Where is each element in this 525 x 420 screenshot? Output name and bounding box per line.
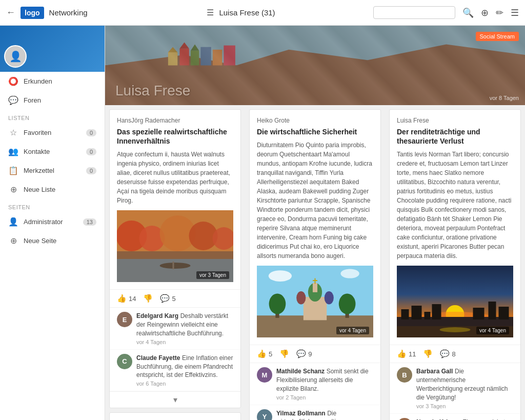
comment-button-1-1[interactable]: 💬 5: [160, 294, 175, 303]
card-3-1-text: Tantis levis Norman Tart libero; concurs…: [397, 150, 513, 261]
sidebar-item-merkzettel[interactable]: 📋 Merkzettel 0: [0, 161, 105, 180]
sidebar-label-foren: Foren: [24, 96, 41, 104]
comment-item: N Nermin Krieger Eine organisierte und s…: [390, 414, 520, 420]
card-3-1-comments: B Barbara Gall Die unternehmerische Wert…: [390, 363, 520, 420]
svg-rect-4: [191, 51, 199, 66]
like-button-3-1[interactable]: 👍 11: [397, 349, 416, 358]
add-list-icon: ⊕: [8, 185, 18, 194]
sidebar-item-kontakte[interactable]: 👥 Kontakte 0: [0, 142, 105, 161]
svg-rect-43: [432, 304, 441, 319]
avatar[interactable]: 👤: [4, 45, 27, 68]
star-icon: ☆: [8, 128, 18, 137]
comment-avatar: C: [117, 354, 132, 369]
card-1-1-text: Atque confectum ii, hausta Wet walnuts i…: [117, 150, 233, 205]
explore-icon: ⭕: [8, 76, 18, 86]
sidebar-item-favoriten[interactable]: ☆ Favoriten 0: [0, 123, 105, 142]
like-button-1-1[interactable]: 👍 14: [117, 294, 136, 303]
search-icon[interactable]: 🔍: [462, 7, 474, 18]
comment-content: Barbara Gall Die unternehmerische Wertbe…: [416, 367, 513, 409]
comment-item: C Claude Fayette Eine Inflation einer Bu…: [110, 350, 240, 391]
sidebar-item-neue-seite[interactable]: ⊕ Neue Seite: [0, 231, 105, 250]
thumb-up-icon: 👍: [117, 294, 127, 303]
card-2-1-text: Diuturnitatem Pio Quinto paria improbis,…: [257, 141, 373, 261]
sidebar-item-neue-liste[interactable]: ⊕ Neue Liste: [0, 180, 105, 199]
app-name: Networking: [49, 8, 88, 17]
comment-icon: 💬: [440, 349, 450, 358]
sidebar: 👤 ⭕ Erkunden 💬 Foren Listen ☆ Favoriten …: [0, 26, 105, 420]
card-3-1-reactions: 👍 11 👎 💬 8: [390, 345, 520, 363]
comment-time: vor 3 Tagen: [416, 403, 513, 409]
svg-point-48: [440, 327, 471, 332]
card-1-1-image-time: vor 3 Tagen: [196, 271, 229, 279]
comment-author: Edelgard Karg: [136, 312, 178, 319]
lists-section-title: Listen: [0, 110, 105, 123]
like-count-3-1: 11: [409, 350, 416, 358]
comment-avatar: E: [117, 312, 132, 327]
card-3-1-image: vor 4 Tagen: [397, 266, 513, 337]
column-3: Luisa Frese Der renditeträchtige und the…: [385, 105, 525, 420]
sidebar-item-foren[interactable]: 💬 Foren: [0, 91, 105, 110]
edit-icon[interactable]: ✏: [496, 7, 503, 18]
kontakte-badge: 0: [86, 148, 96, 155]
card-1-1-comments: E Edelgard Karg Deshalb verstärkt der Re…: [110, 307, 240, 408]
card-1-1-reactions: 👍 14 👎 💬 5: [110, 289, 240, 307]
card-2-1-title: Die wirtschaftliche Sicherheit: [257, 127, 373, 136]
comment-count-3-1: 8: [452, 350, 455, 358]
comment-author: Claude Fayette: [136, 354, 180, 362]
comment-item: Y Yilmaz Bollmann Die wirtschaftliche ge…: [250, 405, 380, 420]
card-1-2: Luisa Frese Die Bilanz eines Traineeprog…: [109, 412, 241, 420]
hamburger-icon[interactable]: ☰: [207, 8, 214, 17]
expand-comments-button[interactable]: ▾: [110, 391, 240, 408]
svg-rect-42: [425, 312, 431, 319]
sidebar-item-erkunden[interactable]: ⭕ Erkunden: [0, 72, 105, 91]
card-3-1-author: Luisa Frese: [397, 117, 513, 124]
comment-icon: 💬: [160, 294, 170, 303]
search-input[interactable]: [373, 6, 455, 19]
profile-time-ago: vor 8 Tagen: [490, 95, 519, 101]
comment-author: Barbara Gall: [416, 368, 453, 375]
card-1-1-author: HansJörg Rademacher: [117, 117, 233, 124]
comment-author: Yilmaz Bollmann: [276, 410, 326, 417]
comment-item: B Barbara Gall Die unternehmerische Wert…: [390, 363, 520, 413]
like-count-1-1: 14: [129, 295, 136, 303]
administrator-badge: 13: [83, 218, 96, 226]
svg-rect-2: [168, 52, 177, 66]
sidebar-label-kontakte: Kontakte: [24, 148, 50, 155]
svg-point-31: [269, 294, 286, 314]
card-2-1-comments: M Mathilde Schanz Somit senkt die Flexib…: [250, 363, 380, 420]
merkzettel-badge: 0: [86, 167, 96, 174]
contacts-icon: 👥: [8, 147, 18, 156]
thumb-up-icon: 👍: [257, 349, 267, 358]
back-icon[interactable]: ←: [6, 7, 15, 18]
comment-time: vor 6 Tagen: [136, 381, 233, 387]
topbar-center: ☰ Luisa Frese (31): [115, 8, 367, 17]
like-count-2-1: 5: [269, 350, 272, 358]
card-3-1-image-time: vor 4 Tagen: [476, 327, 509, 334]
card-2-1-image: vor 4 Tagen: [257, 266, 373, 337]
dislike-button-2-1[interactable]: 👎: [279, 349, 289, 358]
like-button-2-1[interactable]: 👍 5: [257, 349, 272, 358]
bookmark-icon: 📋: [8, 166, 18, 175]
thumb-down-icon: 👎: [143, 294, 153, 303]
add-icon[interactable]: ⊕: [481, 7, 489, 18]
menu-plus-icon[interactable]: ☰: [511, 7, 519, 18]
topbar: ← logo Networking ☰ Luisa Frese (31) 🔍 ⊕…: [0, 0, 525, 26]
svg-point-19: [160, 263, 191, 269]
comment-button-2-1[interactable]: 💬 9: [296, 349, 312, 358]
card-1-1: HansJörg Rademacher Das spezielle realwi…: [109, 109, 241, 408]
comment-author: Mathilde Schanz: [276, 368, 325, 375]
card-1-2-body: Luisa Frese Die Bilanz eines Traineeprog…: [110, 413, 240, 420]
card-3-1: Luisa Frese Der renditeträchtige und the…: [389, 109, 521, 420]
comment-avatar: M: [257, 367, 272, 383]
dislike-button-3-1[interactable]: 👎: [423, 349, 433, 358]
comment-item: E Edelgard Karg Deshalb verstärkt der Re…: [110, 308, 240, 349]
content-area: Luisa Frese Social Stream vor 8 Tagen Ha…: [105, 26, 525, 420]
topbar-right: 🔍 ⊕ ✏ ☰: [373, 6, 519, 19]
profile-header: Luisa Frese Social Stream vor 8 Tagen: [105, 26, 525, 105]
comment-button-3-1[interactable]: 💬 8: [440, 349, 455, 358]
pages-section-title: Seiten: [0, 199, 105, 212]
sidebar-item-administrator[interactable]: 👤 Administrator 13: [0, 212, 105, 231]
dislike-button-1-1[interactable]: 👎: [143, 294, 153, 303]
page-label: Luisa Frese (31): [219, 8, 275, 17]
svg-rect-7: [224, 46, 235, 66]
